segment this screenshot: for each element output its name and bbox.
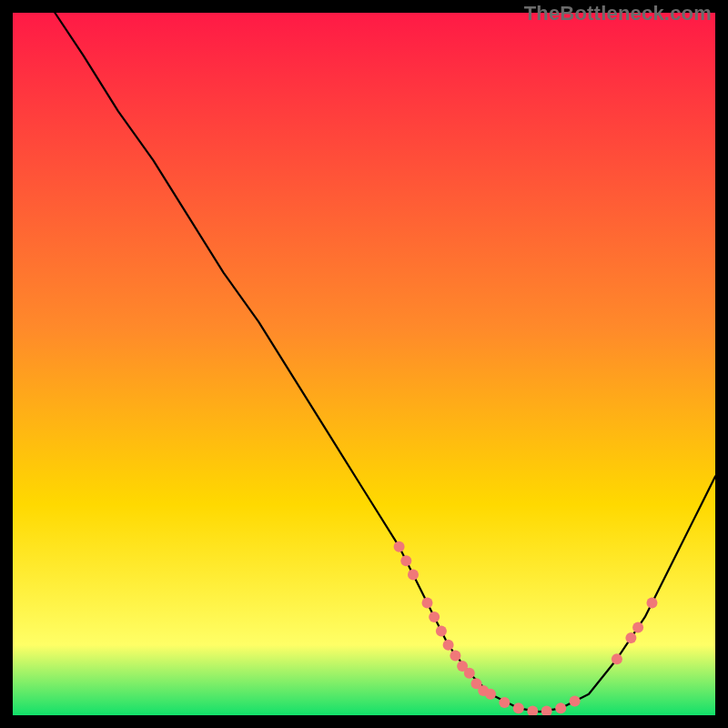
curve-marker — [499, 697, 510, 708]
curve-marker — [443, 640, 454, 651]
curve-marker — [394, 541, 405, 552]
curve-marker — [429, 612, 440, 622]
curve-marker — [408, 570, 419, 581]
curve-marker — [625, 632, 636, 643]
curve-marker — [570, 696, 581, 707]
chart-svg — [13, 13, 715, 715]
curve-marker — [485, 689, 496, 700]
curve-marker — [555, 703, 566, 713]
curve-marker — [513, 703, 524, 713]
chart-background-gradient — [13, 13, 715, 715]
watermark-text: TheBottleneck.com — [524, 2, 712, 25]
curve-marker — [647, 598, 658, 609]
curve-marker — [632, 622, 643, 633]
chart-frame — [13, 13, 715, 715]
curve-marker — [422, 598, 433, 609]
curve-marker — [612, 653, 622, 664]
curve-marker — [400, 555, 411, 566]
curve-marker — [450, 650, 460, 661]
curve-marker — [436, 625, 447, 636]
curve-marker — [464, 668, 475, 679]
